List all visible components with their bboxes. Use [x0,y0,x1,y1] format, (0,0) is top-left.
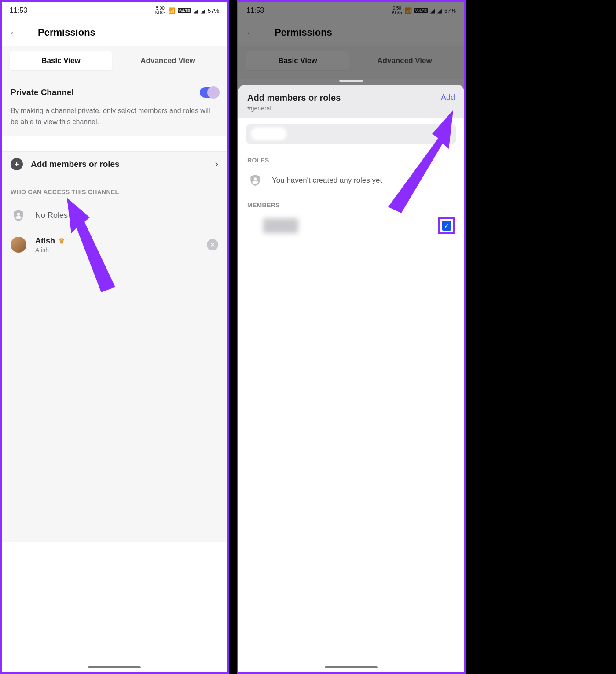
gesture-bar [88,666,141,668]
who-can-access-label: WHO CAN ACCESS THIS CHANNEL [2,177,227,202]
sheet-handle[interactable] [339,80,363,82]
tab-advanced-view[interactable]: Advanced View [117,51,219,70]
private-channel-section: Private Channel By making a channel priv… [2,79,227,136]
sheet-header: Add members or roles #general Add [238,85,464,118]
sheet-channel: #general [247,105,341,112]
roles-section-label: ROLES [238,150,464,166]
battery-text: 57% [208,7,219,14]
tab-basic-view[interactable]: Basic View [10,51,112,70]
search-input[interactable] [246,124,456,144]
lte-icon: VoLTE [178,8,191,13]
back-arrow-icon[interactable]: ← [9,26,26,39]
add-members-sheet: Add members or roles #general Add ROLES … [238,85,464,672]
signal-icon: ◢ [194,7,198,14]
member-name-blurred [263,218,298,233]
clock: 11:53 [10,7,27,15]
view-tabs: Basic View Advanced View [2,46,227,79]
page-title: Permissions [38,27,95,38]
member-row[interactable]: Atish♛ Atish ✕ [2,230,227,260]
roles-empty-row: You haven't created any roles yet [238,166,464,195]
shield-icon [247,173,263,188]
signal-icon-2: ◢ [201,7,205,14]
crown-icon: ♛ [59,237,65,245]
member-username: Atish [35,247,207,254]
empty-area [2,260,227,542]
remove-member-icon[interactable]: ✕ [207,239,218,250]
annotation-highlight: ✓ [438,217,455,234]
members-section-label: MEMBERS [238,195,464,211]
search-wrap [238,118,464,150]
plus-icon: + [11,158,23,170]
no-roles-text: No Roles [35,211,68,220]
gesture-bar [325,666,378,668]
screenshot-left: 11:53 5.00KB/S 📶 VoLTE ◢ ◢ 57% ← Permiss… [0,0,229,674]
status-icons: 5.00KB/S 📶 VoLTE ◢ ◢ 57% [155,6,219,15]
member-item[interactable]: ✓ [238,211,464,240]
private-channel-label: Private Channel [11,88,74,97]
screenshot-right: 11:53 0.58KB/S 📶VoLTE◢◢ 57% ← Permission… [237,0,466,674]
add-button[interactable]: Add [441,93,455,102]
roles-empty-text: You haven't created any roles yet [272,176,382,185]
status-bar: 11:53 5.00KB/S 📶 VoLTE ◢ ◢ 57% [2,2,227,19]
wifi-icon: 📶 [168,7,175,14]
app-header: ← Permissions [2,19,227,46]
member-display-name: Atish [35,236,55,246]
avatar [11,237,26,253]
private-channel-toggle[interactable] [200,87,218,98]
sheet-title: Add members or roles [247,93,341,103]
private-channel-description: By making a channel private, only select… [11,106,218,128]
add-members-or-roles-row[interactable]: + Add members or roles › [2,151,227,177]
member-checkbox[interactable]: ✓ [442,221,451,231]
add-members-label: Add members or roles [31,159,215,169]
shield-icon [11,208,26,224]
no-roles-row: No Roles [2,202,227,230]
search-token [251,127,287,140]
chevron-right-icon: › [215,158,218,170]
